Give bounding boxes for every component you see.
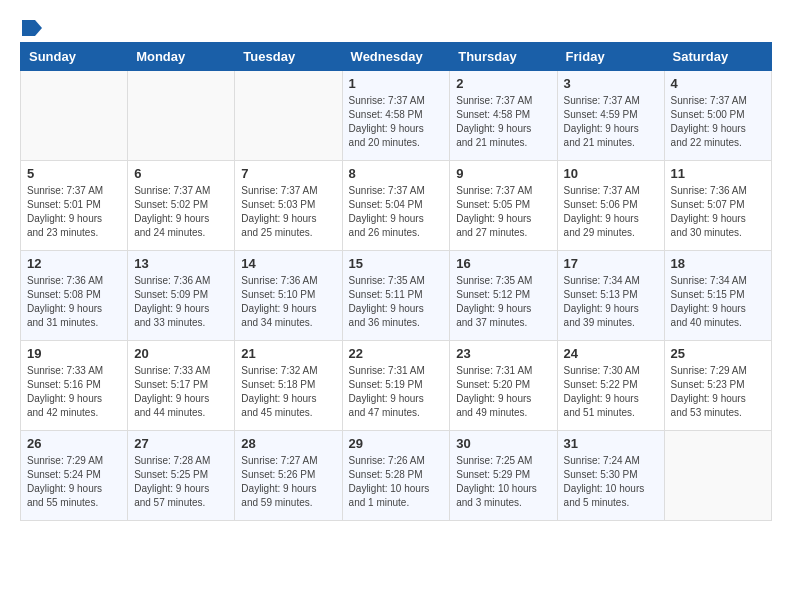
day-number: 15 <box>349 256 444 271</box>
calendar-table: SundayMondayTuesdayWednesdayThursdayFrid… <box>20 42 772 521</box>
day-number: 29 <box>349 436 444 451</box>
day-info: Sunrise: 7:34 AM Sunset: 5:15 PM Dayligh… <box>671 274 765 330</box>
day-number: 9 <box>456 166 550 181</box>
calendar-cell: 7Sunrise: 7:37 AM Sunset: 5:03 PM Daylig… <box>235 161 342 251</box>
calendar-cell: 2Sunrise: 7:37 AM Sunset: 4:58 PM Daylig… <box>450 71 557 161</box>
calendar-cell: 19Sunrise: 7:33 AM Sunset: 5:16 PM Dayli… <box>21 341 128 431</box>
calendar-header-friday: Friday <box>557 43 664 71</box>
day-info: Sunrise: 7:36 AM Sunset: 5:07 PM Dayligh… <box>671 184 765 240</box>
day-info: Sunrise: 7:37 AM Sunset: 5:04 PM Dayligh… <box>349 184 444 240</box>
calendar-cell: 26Sunrise: 7:29 AM Sunset: 5:24 PM Dayli… <box>21 431 128 521</box>
calendar-cell: 5Sunrise: 7:37 AM Sunset: 5:01 PM Daylig… <box>21 161 128 251</box>
calendar-cell: 6Sunrise: 7:37 AM Sunset: 5:02 PM Daylig… <box>128 161 235 251</box>
svg-marker-0 <box>22 20 42 36</box>
day-info: Sunrise: 7:37 AM Sunset: 5:00 PM Dayligh… <box>671 94 765 150</box>
day-number: 2 <box>456 76 550 91</box>
day-info: Sunrise: 7:26 AM Sunset: 5:28 PM Dayligh… <box>349 454 444 510</box>
day-number: 18 <box>671 256 765 271</box>
calendar-cell: 9Sunrise: 7:37 AM Sunset: 5:05 PM Daylig… <box>450 161 557 251</box>
calendar-cell: 16Sunrise: 7:35 AM Sunset: 5:12 PM Dayli… <box>450 251 557 341</box>
calendar-cell <box>235 71 342 161</box>
day-number: 22 <box>349 346 444 361</box>
calendar-cell: 28Sunrise: 7:27 AM Sunset: 5:26 PM Dayli… <box>235 431 342 521</box>
day-info: Sunrise: 7:24 AM Sunset: 5:30 PM Dayligh… <box>564 454 658 510</box>
day-number: 8 <box>349 166 444 181</box>
day-info: Sunrise: 7:28 AM Sunset: 5:25 PM Dayligh… <box>134 454 228 510</box>
day-number: 12 <box>27 256 121 271</box>
calendar-week-row: 26Sunrise: 7:29 AM Sunset: 5:24 PM Dayli… <box>21 431 772 521</box>
day-info: Sunrise: 7:35 AM Sunset: 5:11 PM Dayligh… <box>349 274 444 330</box>
day-number: 19 <box>27 346 121 361</box>
calendar-cell: 1Sunrise: 7:37 AM Sunset: 4:58 PM Daylig… <box>342 71 450 161</box>
header <box>20 20 772 32</box>
day-info: Sunrise: 7:25 AM Sunset: 5:29 PM Dayligh… <box>456 454 550 510</box>
day-info: Sunrise: 7:34 AM Sunset: 5:13 PM Dayligh… <box>564 274 658 330</box>
calendar-cell: 3Sunrise: 7:37 AM Sunset: 4:59 PM Daylig… <box>557 71 664 161</box>
day-number: 20 <box>134 346 228 361</box>
calendar-week-row: 1Sunrise: 7:37 AM Sunset: 4:58 PM Daylig… <box>21 71 772 161</box>
calendar-cell: 22Sunrise: 7:31 AM Sunset: 5:19 PM Dayli… <box>342 341 450 431</box>
calendar-cell: 24Sunrise: 7:30 AM Sunset: 5:22 PM Dayli… <box>557 341 664 431</box>
calendar-cell: 11Sunrise: 7:36 AM Sunset: 5:07 PM Dayli… <box>664 161 771 251</box>
day-number: 11 <box>671 166 765 181</box>
logo <box>20 20 42 32</box>
day-number: 24 <box>564 346 658 361</box>
calendar-cell: 25Sunrise: 7:29 AM Sunset: 5:23 PM Dayli… <box>664 341 771 431</box>
day-info: Sunrise: 7:29 AM Sunset: 5:24 PM Dayligh… <box>27 454 121 510</box>
day-info: Sunrise: 7:33 AM Sunset: 5:16 PM Dayligh… <box>27 364 121 420</box>
calendar-header-wednesday: Wednesday <box>342 43 450 71</box>
calendar-cell: 27Sunrise: 7:28 AM Sunset: 5:25 PM Dayli… <box>128 431 235 521</box>
day-number: 31 <box>564 436 658 451</box>
day-info: Sunrise: 7:33 AM Sunset: 5:17 PM Dayligh… <box>134 364 228 420</box>
calendar-cell: 21Sunrise: 7:32 AM Sunset: 5:18 PM Dayli… <box>235 341 342 431</box>
calendar-cell: 31Sunrise: 7:24 AM Sunset: 5:30 PM Dayli… <box>557 431 664 521</box>
day-info: Sunrise: 7:31 AM Sunset: 5:20 PM Dayligh… <box>456 364 550 420</box>
day-info: Sunrise: 7:37 AM Sunset: 4:58 PM Dayligh… <box>349 94 444 150</box>
day-info: Sunrise: 7:36 AM Sunset: 5:10 PM Dayligh… <box>241 274 335 330</box>
day-number: 23 <box>456 346 550 361</box>
day-number: 17 <box>564 256 658 271</box>
calendar-cell <box>21 71 128 161</box>
day-number: 5 <box>27 166 121 181</box>
day-info: Sunrise: 7:37 AM Sunset: 5:03 PM Dayligh… <box>241 184 335 240</box>
calendar-cell: 17Sunrise: 7:34 AM Sunset: 5:13 PM Dayli… <box>557 251 664 341</box>
day-number: 6 <box>134 166 228 181</box>
calendar-cell <box>128 71 235 161</box>
day-info: Sunrise: 7:37 AM Sunset: 5:05 PM Dayligh… <box>456 184 550 240</box>
calendar-header-tuesday: Tuesday <box>235 43 342 71</box>
calendar-header-sunday: Sunday <box>21 43 128 71</box>
day-info: Sunrise: 7:30 AM Sunset: 5:22 PM Dayligh… <box>564 364 658 420</box>
day-info: Sunrise: 7:32 AM Sunset: 5:18 PM Dayligh… <box>241 364 335 420</box>
calendar-header-thursday: Thursday <box>450 43 557 71</box>
day-number: 13 <box>134 256 228 271</box>
calendar-cell: 13Sunrise: 7:36 AM Sunset: 5:09 PM Dayli… <box>128 251 235 341</box>
calendar-cell: 23Sunrise: 7:31 AM Sunset: 5:20 PM Dayli… <box>450 341 557 431</box>
day-info: Sunrise: 7:37 AM Sunset: 4:58 PM Dayligh… <box>456 94 550 150</box>
calendar-header-row: SundayMondayTuesdayWednesdayThursdayFrid… <box>21 43 772 71</box>
day-info: Sunrise: 7:35 AM Sunset: 5:12 PM Dayligh… <box>456 274 550 330</box>
calendar-week-row: 12Sunrise: 7:36 AM Sunset: 5:08 PM Dayli… <box>21 251 772 341</box>
calendar-cell: 8Sunrise: 7:37 AM Sunset: 5:04 PM Daylig… <box>342 161 450 251</box>
day-number: 4 <box>671 76 765 91</box>
day-number: 27 <box>134 436 228 451</box>
day-info: Sunrise: 7:31 AM Sunset: 5:19 PM Dayligh… <box>349 364 444 420</box>
day-info: Sunrise: 7:37 AM Sunset: 4:59 PM Dayligh… <box>564 94 658 150</box>
day-number: 1 <box>349 76 444 91</box>
day-info: Sunrise: 7:29 AM Sunset: 5:23 PM Dayligh… <box>671 364 765 420</box>
day-number: 21 <box>241 346 335 361</box>
calendar-header-monday: Monday <box>128 43 235 71</box>
calendar-cell: 15Sunrise: 7:35 AM Sunset: 5:11 PM Dayli… <box>342 251 450 341</box>
day-info: Sunrise: 7:36 AM Sunset: 5:09 PM Dayligh… <box>134 274 228 330</box>
calendar-cell: 14Sunrise: 7:36 AM Sunset: 5:10 PM Dayli… <box>235 251 342 341</box>
calendar-cell: 12Sunrise: 7:36 AM Sunset: 5:08 PM Dayli… <box>21 251 128 341</box>
calendar-cell: 29Sunrise: 7:26 AM Sunset: 5:28 PM Dayli… <box>342 431 450 521</box>
day-info: Sunrise: 7:37 AM Sunset: 5:01 PM Dayligh… <box>27 184 121 240</box>
calendar-cell: 20Sunrise: 7:33 AM Sunset: 5:17 PM Dayli… <box>128 341 235 431</box>
calendar-cell: 18Sunrise: 7:34 AM Sunset: 5:15 PM Dayli… <box>664 251 771 341</box>
day-number: 16 <box>456 256 550 271</box>
logo-arrow-icon <box>22 20 42 36</box>
day-number: 3 <box>564 76 658 91</box>
calendar-cell <box>664 431 771 521</box>
day-info: Sunrise: 7:27 AM Sunset: 5:26 PM Dayligh… <box>241 454 335 510</box>
calendar-header-saturday: Saturday <box>664 43 771 71</box>
